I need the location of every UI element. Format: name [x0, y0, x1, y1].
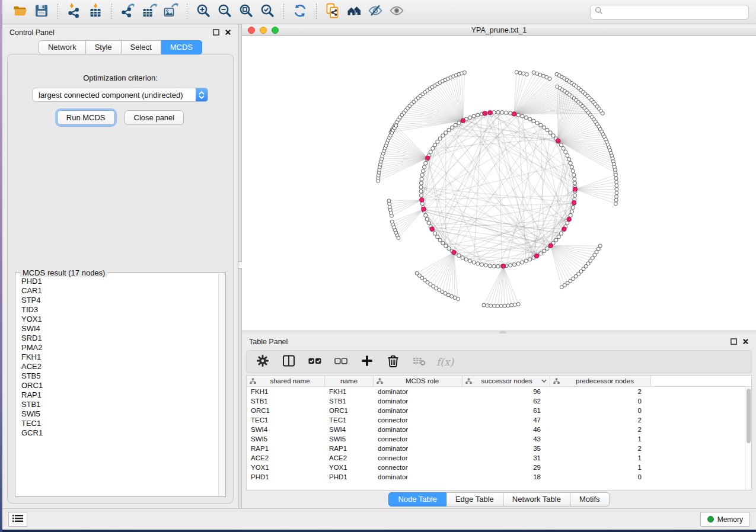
mcds-node-stb5[interactable]: STB5	[21, 371, 217, 381]
table-row-ace2[interactable]: ACE2ACE2connector311	[247, 453, 751, 463]
splitter-grip[interactable]	[499, 331, 506, 334]
mcds-result-scrollbar[interactable]	[218, 274, 225, 496]
column-header-successor-nodes[interactable]: successor nodes	[462, 376, 550, 386]
tab-node-table[interactable]: Node Table	[388, 492, 446, 507]
tab-select[interactable]: Select	[122, 40, 161, 55]
table-row-fkh1[interactable]: FKH1FKH1dominator962	[247, 387, 751, 396]
delete-column-button[interactable]	[384, 353, 402, 371]
column-header-predecessor-nodes[interactable]: predecessor nodes	[550, 376, 651, 386]
zoom-fit-button[interactable]	[237, 3, 255, 21]
horizontal-splitter[interactable]	[242, 331, 756, 334]
mcds-result-title: MCDS result (17 nodes)	[20, 268, 107, 277]
mcds-node-rap1[interactable]: RAP1	[21, 390, 217, 400]
task-history-button[interactable]	[8, 512, 27, 527]
create-column-button[interactable]	[358, 353, 376, 371]
criterion-select[interactable]: largest connected component (undirected)	[33, 88, 208, 102]
table-row-rap1[interactable]: RAP1RAP1dominator352	[247, 444, 751, 453]
table-row-yox1[interactable]: YOX1YOX1connector291	[247, 463, 751, 472]
open-session-button[interactable]	[11, 3, 29, 21]
checked-boxes-icon	[307, 353, 323, 371]
show-graphics-details-button[interactable]	[388, 3, 406, 21]
toolbar-separator	[111, 4, 112, 20]
close-window-button[interactable]	[248, 27, 255, 34]
table-settings-button[interactable]	[254, 353, 272, 371]
zoom-selected-button[interactable]	[259, 3, 276, 21]
mcds-node-stb1[interactable]: STB1	[21, 400, 217, 409]
cell-successor_nodes: 31	[462, 454, 550, 462]
mcds-node-swi4[interactable]: SWI4	[21, 324, 217, 334]
column-header-mcds-role[interactable]: MCDS role	[374, 376, 462, 386]
search-box	[590, 5, 749, 20]
network-from-clipboard-button[interactable]	[324, 3, 342, 21]
table-row-orc1[interactable]: ORC1ORC1dominator610	[247, 406, 751, 415]
mcds-node-stp4[interactable]: STP4	[21, 296, 217, 305]
table-row-phd1[interactable]: PHD1PHD1dominator180	[247, 472, 751, 482]
tab-style[interactable]: Style	[86, 40, 122, 55]
export-image-button[interactable]	[162, 3, 180, 21]
export-network-button[interactable]	[119, 3, 137, 21]
tab-mcds[interactable]: MCDS	[161, 40, 202, 55]
search-input[interactable]	[603, 8, 744, 16]
mcds-node-car1[interactable]: CAR1	[21, 286, 217, 296]
cell-name: SWI5	[325, 435, 374, 443]
cell-predecessor_nodes: 1	[550, 435, 651, 443]
hide-graphics-details-button[interactable]	[366, 3, 384, 21]
minimize-window-button[interactable]	[260, 27, 267, 34]
deselect-all-rows-button[interactable]	[332, 353, 350, 371]
mcds-node-pma2[interactable]: PMA2	[21, 343, 217, 352]
tab-edge-table[interactable]: Edge Table	[446, 492, 503, 507]
table-row-swi4[interactable]: SWI4SWI4dominator462	[247, 425, 751, 434]
import-network-button[interactable]	[65, 3, 83, 21]
mcds-node-orc1[interactable]: ORC1	[21, 381, 217, 390]
documents-share-icon	[325, 3, 340, 21]
tab-network[interactable]: Network	[39, 40, 86, 55]
table-row-tec1[interactable]: TEC1TEC1connector472	[247, 415, 751, 425]
export-table-button[interactable]	[141, 3, 158, 21]
table-row-swi5[interactable]: SWI5SWI5connector431	[247, 434, 751, 444]
close-panel-button[interactable]: Close panel	[125, 110, 184, 125]
show-columns-button[interactable]	[280, 353, 298, 371]
tab-motifs[interactable]: Motifs	[570, 492, 610, 507]
network-titlebar[interactable]: YPA_prune.txt_1	[242, 24, 756, 36]
memory-button[interactable]: Memory	[700, 512, 750, 527]
run-mcds-button[interactable]: Run MCDS	[57, 110, 115, 125]
select-all-rows-button[interactable]	[306, 353, 324, 371]
tab-network-table[interactable]: Network Table	[503, 492, 570, 507]
delete-table-button[interactable]	[410, 353, 428, 371]
mcds-result-list[interactable]: PHD1CAR1STP4TID3YOX1SWI4SRD1PMA2FKH1ACE2…	[21, 277, 217, 494]
zoom-in-button[interactable]	[194, 3, 212, 21]
column-header-shared-name[interactable]: shared name	[247, 376, 325, 386]
column-header-name[interactable]: name	[325, 376, 374, 386]
toolbar-separator	[283, 4, 284, 20]
function-builder-button[interactable]: f(x)	[436, 356, 454, 368]
mcds-node-phd1[interactable]: PHD1	[21, 277, 217, 286]
import-table-button[interactable]	[87, 3, 104, 21]
mcds-node-srd1[interactable]: SRD1	[21, 334, 217, 343]
close-panel-icon[interactable]	[742, 338, 749, 345]
mcds-node-tid3[interactable]: TID3	[21, 305, 217, 315]
mcds-node-fkh1[interactable]: FKH1	[21, 352, 217, 362]
float-panel-icon[interactable]	[731, 338, 737, 345]
mcds-node-tec1[interactable]: TEC1	[21, 419, 217, 428]
scrollbar-thumb[interactable]	[747, 389, 751, 443]
table-scrollbar[interactable]	[745, 387, 751, 490]
homes-button[interactable]	[345, 3, 363, 21]
mcds-tab-content: Optimization criterion: largest connecte…	[7, 54, 234, 504]
import-table-icon	[88, 3, 103, 21]
zoom-out-button[interactable]	[216, 3, 234, 21]
cell-predecessor_nodes: 2	[550, 388, 651, 395]
refresh-button[interactable]	[291, 3, 309, 21]
mcds-node-yox1[interactable]: YOX1	[21, 315, 217, 324]
cell-successor_nodes: 61	[462, 407, 550, 414]
float-panel-icon[interactable]	[213, 29, 219, 36]
maximize-window-button[interactable]	[272, 27, 279, 34]
table-row-stb1[interactable]: STB1STB1dominator620	[247, 396, 751, 406]
mcds-node-swi5[interactable]: SWI5	[21, 409, 217, 419]
refresh-icon	[292, 3, 308, 21]
network-window: YPA_prune.txt_1	[242, 24, 756, 331]
close-panel-icon[interactable]	[225, 29, 231, 36]
mcds-node-ace2[interactable]: ACE2	[21, 362, 217, 371]
network-view[interactable]	[242, 36, 756, 331]
mcds-node-gcr1[interactable]: GCR1	[21, 428, 217, 438]
save-session-button[interactable]	[33, 3, 50, 21]
